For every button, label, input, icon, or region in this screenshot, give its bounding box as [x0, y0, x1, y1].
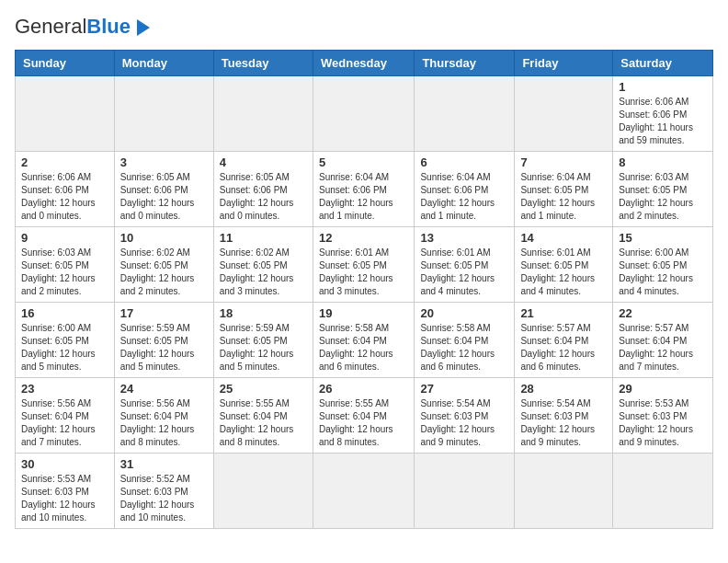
header: GeneralBlue	[15, 15, 713, 39]
calendar-cell: 2Sunrise: 6:06 AM Sunset: 6:06 PM Daylig…	[16, 152, 115, 227]
calendar-cell	[213, 454, 313, 529]
calendar-cell: 9Sunrise: 6:03 AM Sunset: 6:05 PM Daylig…	[16, 227, 115, 303]
calendar-cell: 7Sunrise: 6:04 AM Sunset: 6:05 PM Daylig…	[515, 152, 613, 227]
day-info: Sunrise: 6:01 AM Sunset: 6:05 PM Dayligh…	[420, 247, 508, 298]
day-info: Sunrise: 5:53 AM Sunset: 6:03 PM Dayligh…	[619, 397, 707, 449]
day-info: Sunrise: 6:00 AM Sunset: 6:05 PM Dayligh…	[619, 247, 707, 298]
calendar-cell: 15Sunrise: 6:00 AM Sunset: 6:05 PM Dayli…	[613, 227, 713, 303]
day-info: Sunrise: 6:06 AM Sunset: 6:06 PM Dayligh…	[619, 96, 707, 147]
calendar-cell	[313, 76, 414, 152]
weekday-header-thursday: Thursday	[415, 51, 515, 76]
weekday-header-monday: Monday	[114, 51, 213, 76]
day-info: Sunrise: 5:57 AM Sunset: 6:04 PM Dayligh…	[520, 322, 607, 373]
calendar-cell: 27Sunrise: 5:54 AM Sunset: 6:03 PM Dayli…	[415, 378, 515, 454]
calendar-cell	[114, 76, 213, 152]
day-number: 14	[520, 231, 607, 245]
calendar-cell: 10Sunrise: 6:02 AM Sunset: 6:05 PM Dayli…	[114, 227, 213, 303]
weekday-header-wednesday: Wednesday	[313, 51, 414, 76]
day-info: Sunrise: 5:54 AM Sunset: 6:03 PM Dayligh…	[420, 397, 508, 449]
calendar-cell: 28Sunrise: 5:54 AM Sunset: 6:03 PM Dayli…	[515, 378, 613, 454]
day-info: Sunrise: 5:58 AM Sunset: 6:04 PM Dayligh…	[420, 322, 508, 373]
calendar-cell: 19Sunrise: 5:58 AM Sunset: 6:04 PM Dayli…	[313, 303, 414, 378]
day-number: 16	[21, 306, 108, 320]
day-number: 6	[420, 155, 508, 169]
day-number: 5	[319, 155, 408, 169]
day-number: 1	[619, 80, 707, 94]
calendar-cell: 14Sunrise: 6:01 AM Sunset: 6:05 PM Dayli…	[515, 227, 613, 303]
weekday-header-tuesday: Tuesday	[213, 51, 313, 76]
day-info: Sunrise: 5:59 AM Sunset: 6:05 PM Dayligh…	[220, 322, 307, 373]
day-number: 3	[120, 155, 208, 169]
calendar-cell: 23Sunrise: 5:56 AM Sunset: 6:04 PM Dayli…	[16, 378, 115, 454]
calendar-cell: 31Sunrise: 5:52 AM Sunset: 6:03 PM Dayli…	[114, 454, 213, 529]
calendar-cell	[313, 454, 414, 529]
day-info: Sunrise: 5:55 AM Sunset: 6:04 PM Dayligh…	[319, 397, 408, 449]
calendar-week-6: 30Sunrise: 5:53 AM Sunset: 6:03 PM Dayli…	[16, 454, 713, 529]
day-info: Sunrise: 5:55 AM Sunset: 6:04 PM Dayligh…	[220, 397, 307, 449]
day-info: Sunrise: 6:03 AM Sunset: 6:05 PM Dayligh…	[21, 247, 108, 298]
day-number: 2	[21, 155, 108, 169]
calendar-cell: 4Sunrise: 6:05 AM Sunset: 6:06 PM Daylig…	[213, 152, 313, 227]
day-number: 18	[220, 306, 307, 320]
day-info: Sunrise: 5:58 AM Sunset: 6:04 PM Dayligh…	[319, 322, 408, 373]
calendar-cell: 30Sunrise: 5:53 AM Sunset: 6:03 PM Dayli…	[16, 454, 115, 529]
day-info: Sunrise: 6:05 AM Sunset: 6:06 PM Dayligh…	[120, 171, 208, 223]
day-info: Sunrise: 6:00 AM Sunset: 6:05 PM Dayligh…	[21, 322, 108, 373]
weekday-header-row: SundayMondayTuesdayWednesdayThursdayFrid…	[16, 51, 713, 76]
day-info: Sunrise: 5:57 AM Sunset: 6:04 PM Dayligh…	[619, 322, 707, 373]
logo-text: GeneralBlue	[15, 15, 131, 39]
calendar-cell: 18Sunrise: 5:59 AM Sunset: 6:05 PM Dayli…	[213, 303, 313, 378]
calendar-week-4: 16Sunrise: 6:00 AM Sunset: 6:05 PM Dayli…	[16, 303, 713, 378]
calendar-cell	[613, 454, 713, 529]
day-number: 11	[220, 231, 307, 245]
calendar-cell: 11Sunrise: 6:02 AM Sunset: 6:05 PM Dayli…	[213, 227, 313, 303]
day-number: 25	[220, 382, 307, 396]
calendar-cell	[515, 454, 613, 529]
calendar-cell: 17Sunrise: 5:59 AM Sunset: 6:05 PM Dayli…	[114, 303, 213, 378]
day-info: Sunrise: 5:59 AM Sunset: 6:05 PM Dayligh…	[120, 322, 208, 373]
day-number: 8	[619, 155, 707, 169]
day-number: 30	[21, 457, 108, 471]
day-number: 24	[120, 382, 208, 396]
logo: GeneralBlue	[15, 15, 150, 39]
day-info: Sunrise: 6:02 AM Sunset: 6:05 PM Dayligh…	[120, 247, 208, 298]
day-number: 9	[21, 231, 108, 245]
calendar-cell	[16, 76, 115, 152]
day-number: 21	[520, 306, 607, 320]
day-number: 28	[520, 382, 607, 396]
day-info: Sunrise: 6:04 AM Sunset: 6:05 PM Dayligh…	[520, 171, 607, 223]
calendar-week-1: 1Sunrise: 6:06 AM Sunset: 6:06 PM Daylig…	[16, 76, 713, 152]
page: GeneralBlue SundayMondayTuesdayWednesday…	[0, 0, 728, 544]
calendar-cell: 25Sunrise: 5:55 AM Sunset: 6:04 PM Dayli…	[213, 378, 313, 454]
calendar-week-5: 23Sunrise: 5:56 AM Sunset: 6:04 PM Dayli…	[16, 378, 713, 454]
day-info: Sunrise: 6:03 AM Sunset: 6:05 PM Dayligh…	[619, 171, 707, 223]
calendar-cell: 26Sunrise: 5:55 AM Sunset: 6:04 PM Dayli…	[313, 378, 414, 454]
calendar-cell: 6Sunrise: 6:04 AM Sunset: 6:06 PM Daylig…	[415, 152, 515, 227]
day-info: Sunrise: 6:01 AM Sunset: 6:05 PM Dayligh…	[520, 247, 607, 298]
day-number: 20	[420, 306, 508, 320]
day-number: 7	[520, 155, 607, 169]
calendar-cell: 16Sunrise: 6:00 AM Sunset: 6:05 PM Dayli…	[16, 303, 115, 378]
day-info: Sunrise: 6:05 AM Sunset: 6:06 PM Dayligh…	[220, 171, 307, 223]
day-number: 31	[120, 457, 208, 471]
calendar-cell: 5Sunrise: 6:04 AM Sunset: 6:06 PM Daylig…	[313, 152, 414, 227]
calendar-cell: 20Sunrise: 5:58 AM Sunset: 6:04 PM Dayli…	[415, 303, 515, 378]
day-number: 19	[319, 306, 408, 320]
calendar-cell	[415, 76, 515, 152]
day-info: Sunrise: 6:02 AM Sunset: 6:05 PM Dayligh…	[220, 247, 307, 298]
day-number: 27	[420, 382, 508, 396]
day-info: Sunrise: 5:52 AM Sunset: 6:03 PM Dayligh…	[120, 473, 208, 524]
weekday-header-saturday: Saturday	[613, 51, 713, 76]
day-info: Sunrise: 6:06 AM Sunset: 6:06 PM Dayligh…	[21, 171, 108, 223]
calendar-cell: 1Sunrise: 6:06 AM Sunset: 6:06 PM Daylig…	[613, 76, 713, 152]
day-number: 23	[21, 382, 108, 396]
day-number: 17	[120, 306, 208, 320]
weekday-header-sunday: Sunday	[16, 51, 115, 76]
day-number: 10	[120, 231, 208, 245]
day-number: 26	[319, 382, 408, 396]
calendar-cell: 12Sunrise: 6:01 AM Sunset: 6:05 PM Dayli…	[313, 227, 414, 303]
day-number: 4	[220, 155, 307, 169]
day-number: 15	[619, 231, 707, 245]
day-info: Sunrise: 5:56 AM Sunset: 6:04 PM Dayligh…	[120, 397, 208, 449]
day-number: 12	[319, 231, 408, 245]
